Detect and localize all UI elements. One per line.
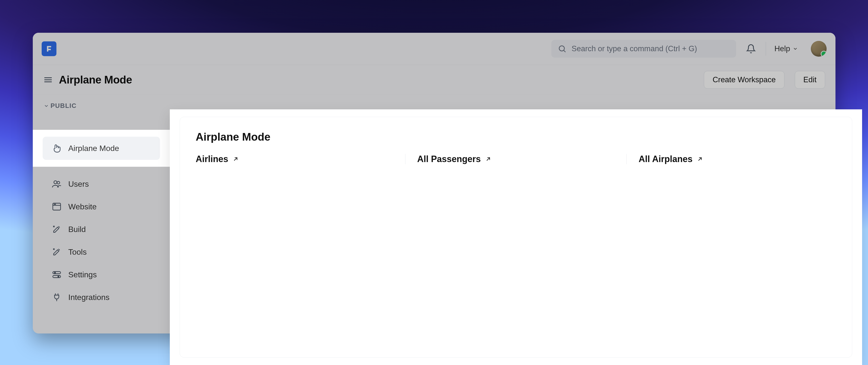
app-logo[interactable]	[42, 41, 56, 56]
sidebar-active-region: Airplane Mode	[33, 130, 170, 167]
create-workspace-button[interactable]: Create Workspace	[704, 71, 784, 89]
link-label: All Passengers	[417, 154, 481, 164]
page-header: Airplane Mode Create Workspace Edit	[33, 65, 835, 95]
external-link-icon	[485, 156, 492, 163]
svg-point-7	[54, 181, 57, 184]
sidebar-item-settings[interactable]: Settings	[33, 263, 170, 286]
sidebar-item-users[interactable]: Users	[33, 173, 170, 195]
sidebar-item-label: Build	[68, 225, 86, 234]
tools-icon	[52, 224, 62, 234]
edit-button[interactable]: Edit	[795, 71, 825, 89]
svg-point-11	[54, 204, 55, 204]
svg-point-15	[55, 272, 56, 273]
sidebar-section-header[interactable]: PUBLIC	[33, 102, 170, 113]
help-label: Help	[774, 44, 790, 53]
browser-icon	[52, 201, 62, 212]
svg-point-12	[55, 204, 56, 204]
svg-point-0	[559, 46, 564, 51]
panel-links: Airlines All Passengers All Airplanes	[196, 154, 836, 164]
external-link-icon	[232, 156, 239, 163]
external-link-icon	[696, 156, 703, 163]
svg-point-16	[58, 276, 59, 277]
hand-point-icon	[52, 143, 62, 154]
topbar: Help	[33, 33, 835, 65]
workspace-panel-inner: Airplane Mode Airlines All Passengers	[180, 117, 852, 358]
sidebar-item-label: Tools	[68, 247, 87, 257]
plug-icon	[52, 292, 62, 302]
sidebar-item-label: Settings	[68, 270, 97, 279]
svg-rect-13	[53, 272, 61, 274]
users-icon	[52, 179, 62, 189]
sidebar-item-label: Airplane Mode	[68, 144, 119, 153]
sidebar-item-label: Website	[68, 202, 97, 211]
search-input[interactable]	[571, 44, 730, 53]
sidebar-item-label: Integrations	[68, 293, 110, 302]
link-all-passengers[interactable]: All Passengers	[417, 154, 492, 164]
search-icon	[558, 44, 566, 53]
tools-icon	[52, 247, 62, 257]
link-airlines[interactable]: Airlines	[196, 154, 239, 164]
sidebar-item-tools[interactable]: Tools	[33, 241, 170, 263]
svg-line-1	[564, 51, 566, 52]
edit-label: Edit	[803, 75, 816, 84]
panel-title: Airplane Mode	[196, 131, 836, 143]
help-menu[interactable]: Help	[773, 44, 800, 53]
sidebar-section-label: PUBLIC	[51, 102, 76, 109]
chevron-down-icon	[43, 103, 49, 109]
sidebar-item-label: Users	[68, 179, 89, 189]
chevron-down-icon	[793, 46, 798, 52]
svg-point-8	[57, 181, 60, 184]
notifications-button[interactable]	[743, 41, 759, 57]
separator	[766, 42, 766, 56]
link-label: Airlines	[196, 154, 228, 164]
sidebar-item-website[interactable]: Website	[33, 195, 170, 218]
page-title: Airplane Mode	[59, 74, 132, 86]
link-all-airplanes[interactable]: All Airplanes	[639, 154, 703, 164]
workspace-panel: Airplane Mode Airlines All Passengers	[170, 109, 862, 365]
sidebar-item-build[interactable]: Build	[33, 218, 170, 241]
avatar[interactable]	[811, 41, 827, 57]
bell-icon	[746, 44, 756, 54]
menu-toggle-icon[interactable]	[43, 75, 53, 85]
search-box[interactable]	[551, 40, 736, 58]
link-label: All Airplanes	[639, 154, 692, 164]
sidebar-item-integrations[interactable]: Integrations	[33, 286, 170, 308]
svg-rect-14	[53, 275, 61, 278]
create-workspace-label: Create Workspace	[712, 75, 776, 84]
sliders-icon	[52, 269, 62, 280]
sidebar-item-airplane-mode[interactable]: Airplane Mode	[43, 137, 160, 160]
